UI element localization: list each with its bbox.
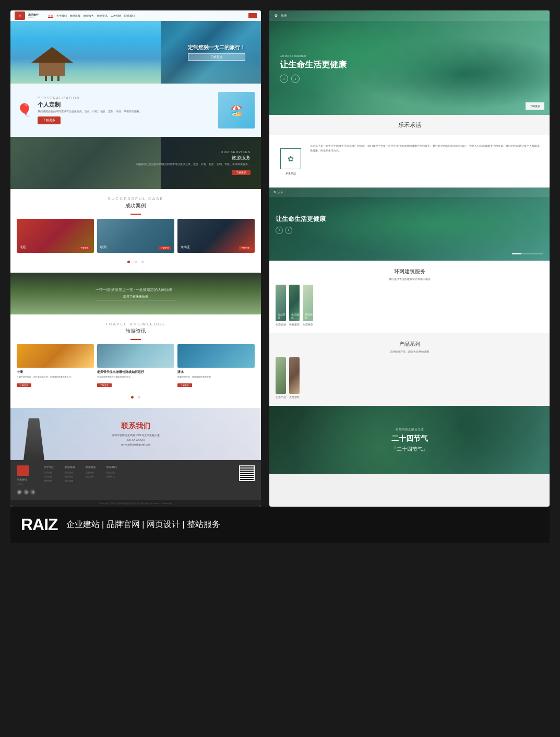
footer-copyright: Copyright © 2019 无锡禾禾旅行社有限公司 | All Right… [10,500,261,507]
health-service-card-3[interactable]: 环境规划 [303,285,313,321]
case-label-3: 东南亚 [181,245,190,250]
health-hero2-logo: ✿ 乐禾 [273,190,283,195]
health-hero-2: ✿ 乐禾 让生命生活更健康 ‹ › [269,188,550,261]
contact-figure [21,418,47,460]
footer-logo-area: 禾禾旅行 旅游定制 微 信 Q [17,465,35,495]
hero-text-overlay: 定制您独一无二的旅行！ 了解更多 [188,44,245,61]
personal-btn[interactable]: 了解更多 [38,116,61,124]
know-dot-2[interactable] [138,396,140,399]
health-arrow-prev[interactable]: ‹ [280,75,288,83]
social-icon-wb[interactable]: 微 [17,489,22,495]
portfolios-row: 禾 禾禾旅行 旅游定制 首页 关于我们 旅游路线 旅游服务 旅游资讯 人才招聘 … [10,10,550,507]
contact-title: 联系我们 [112,422,159,431]
health-product-item-1: 生态产品 [276,357,286,399]
travel-personal-section: 🎈 PERSONALIZATION 个人定制 我们按照旅客的不同需求可以提供三类… [10,84,261,137]
case-btn-1[interactable]: 了解更多 [78,246,91,250]
know-dot-1[interactable] [131,396,134,399]
progress-fill [512,253,521,254]
know-btn-2[interactable]: 了解更多 [97,383,112,387]
social-icon-qq[interactable]: Q [30,489,35,495]
footer-item-2-2[interactable]: 国际路线 [65,475,75,478]
case-btn-2[interactable]: 了解更多 [159,246,171,250]
case-label-2: 欧洲 [100,245,106,250]
nav-link-services[interactable]: 旅游服务 [84,14,94,18]
know-btn-3[interactable]: 了解更多 [177,383,192,387]
nav-link-about[interactable]: 关于我们 [56,14,67,18]
h2-arrow-prev[interactable]: ‹ [276,227,283,234]
case-btn-3[interactable]: 了解更多 [239,246,252,250]
services-zh-title: 旅游服务 [136,155,251,161]
hp-label-2: 天然原料 [289,395,300,399]
hsc-text-3: 生态规划 [303,323,313,326]
health-product-card-1[interactable] [276,357,286,394]
social-icon-wx[interactable]: 信 [23,489,29,495]
mountain-link[interactable]: 深度了解禾禾旅游 [96,295,176,300]
hero-cta-btn[interactable]: 了解更多 [188,53,245,61]
travel-cases-section: SUCCESSFUL CASE 成功案例 北延 了解更多 欧洲 了解更多 东南亚… [10,189,261,273]
health-services-desc: 我们提供专业的建筑设计和施工服务 [276,277,543,280]
tagline-text: 企业建站 | 品牌官网 | 网页设计 | 整站服务 [66,520,220,529]
dot-3[interactable] [141,261,144,263]
case-card-1[interactable]: 北延 了解更多 [17,219,94,253]
hsc-text-1: 生态旅游 [276,323,286,326]
bottom-bar: RAIZ 企业建站 | 品牌官网 | 网页设计 | 整站服务 [10,507,550,543]
footer-col-1: 关于我们 公司介绍 公司历程 荣誉资质 [44,465,54,495]
footer-item-2-1[interactable]: 国内路线 [65,471,75,474]
health-product-item-2: 天然原料 [289,357,300,399]
health-hero-2-title: 让生命生活更健康 [276,215,326,224]
know-btn-1[interactable]: 了解更多 [17,383,31,387]
footer-col-3: 旅游服务 定制服务 团队服务 [86,465,96,495]
health-logo: ✿ [275,14,278,18]
nav-link-news[interactable]: 旅游资讯 [97,14,108,18]
health-product-card-2[interactable] [289,357,300,394]
nav-link-home[interactable]: 首页 [48,14,53,18]
know-title-2: 老师带学生出游最佳路线如何运行 [97,370,174,375]
health-seasons-content: 自然与生态融合之道 二十四节气 『二十四节气』 [391,427,428,453]
health-hero-2-progress [512,253,543,254]
nav-link-hr[interactable]: 人才招聘 [111,14,121,18]
health-service-card-1[interactable]: 自然景观 [276,285,286,321]
health-service-card-2[interactable]: 生态建筑 [289,285,300,321]
health-hero-cta[interactable]: 了解更多 [526,102,544,110]
services-btn[interactable]: 了解更多 [232,170,251,175]
footer-item-1-2[interactable]: 公司历程 [44,475,54,478]
health-service-item-1: 自然景观 生态旅游 [276,285,286,326]
progress-line [512,253,543,254]
seasons-title: 二十四节气 [391,434,428,443]
travel-hut [31,47,73,78]
portfolio-right: ✿ 乐禾 Let life be healthier 让生命生活更健康 ‹ › … [269,10,550,507]
hsc-label-3: 环境规划 [305,313,313,319]
footer-item-1-1[interactable]: 公司介绍 [44,471,54,474]
health-about-logo: ✿ 乐禾乐活 [278,144,304,179]
cases-zh-title: 成功案例 [17,202,255,209]
case-card-2[interactable]: 欧洲 了解更多 [97,219,174,253]
footer-col-title-4: 联系我们 [106,465,117,469]
footer-item-1-3[interactable]: 荣誉资质 [44,479,54,482]
case-card-3[interactable]: 东南亚 了解更多 [177,219,255,253]
health-hero-title: 让生命生活更健康 [280,60,347,71]
know-card-1: 中暑 了解中暑的原因，前往高温地区时一定要做好防暑准备工作。 了解更多 [17,344,94,388]
health-products-grid: 生态产品 天然原料 [276,357,543,399]
health-brand-name: 乐禾乐活 [285,172,296,175]
knowledge-dots [17,391,255,401]
nav-link-contact[interactable]: 联系我们 [124,14,135,18]
personal-img: 🏖️ [218,92,255,128]
nav-link-routes[interactable]: 旅游路线 [70,14,80,18]
footer-item-3-2[interactable]: 团队服务 [86,475,96,478]
cases-en-title: SUCCESSFUL CASE [17,196,255,201]
cases-dots [17,256,255,265]
footer-col-title-3: 旅游服务 [86,465,96,469]
health-brand-symbol: ✿ [288,155,294,163]
health-arrow-next[interactable]: › [291,75,300,83]
seasons-quote: 『二十四节气』 [391,446,428,453]
h2-arrow-next[interactable]: › [285,227,292,234]
knowledge-en-title: TRAVEL KNOWLEDGE [17,322,255,326]
hp-label-1: 生态产品 [276,395,286,399]
travel-logo: 禾 [15,11,25,20]
knowledge-grid: 中暑 了解中暑的原因，前往高温地区时一定要做好防暑准备工作。 了解更多 老师带学… [17,344,255,388]
dot-2[interactable] [135,261,137,263]
footer-item-3-1[interactable]: 定制服务 [86,471,96,474]
dot-1[interactable] [127,261,130,263]
footer-item-4-1: 地址信息 [106,471,117,474]
footer-item-2-3[interactable]: 精品线路 [65,479,75,482]
